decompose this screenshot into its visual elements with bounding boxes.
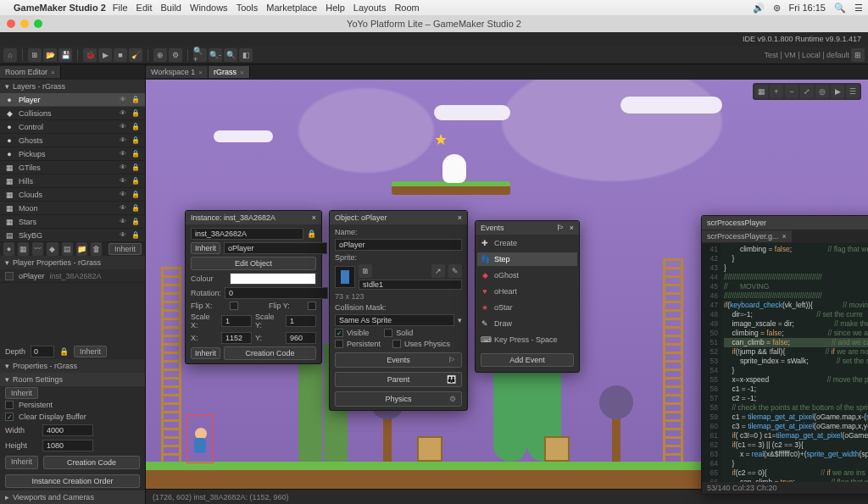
target-button[interactable]: ⊕: [153, 48, 167, 62]
lock-icon[interactable]: 🔒: [131, 150, 140, 158]
flipx-checkbox[interactable]: [230, 302, 238, 310]
visibility-icon[interactable]: 👁: [120, 163, 126, 171]
visibility-icon[interactable]: 👁: [120, 231, 126, 239]
physics-checkbox[interactable]: [392, 340, 401, 348]
close-icon[interactable]: ×: [458, 213, 462, 222]
zoom-fit-icon[interactable]: ⤢: [800, 85, 814, 98]
close-icon[interactable]: ×: [570, 224, 574, 232]
player-props-header[interactable]: ▾ Player Properties - rGrass: [0, 256, 145, 269]
layer-row-clouds[interactable]: ▦Clouds👁🔒: [0, 188, 145, 202]
layer-row-pickups[interactable]: ●Pickups👁🔒: [0, 147, 145, 161]
menu-build[interactable]: Build: [161, 3, 181, 13]
event-row-oghost[interactable]: ◆oGhost: [477, 269, 577, 282]
depth-input[interactable]: [31, 346, 54, 357]
close-icon[interactable]: ×: [312, 213, 316, 222]
layer-row-skybg[interactable]: ▤SkyBG👁🔒: [0, 229, 145, 242]
checkbox-icon[interactable]: [5, 272, 14, 280]
new-sprite-button[interactable]: 🗎: [359, 264, 372, 278]
run-button[interactable]: ▶: [98, 48, 112, 62]
parent-section-button[interactable]: Parent👪: [335, 372, 462, 387]
room-creation-code-button[interactable]: Creation Code: [43, 456, 140, 469]
instance-order-button[interactable]: Instance Creation Order: [5, 474, 140, 488]
visibility-icon[interactable]: 👁: [120, 191, 126, 198]
volume-icon[interactable]: 🔊: [753, 3, 765, 14]
visibility-icon[interactable]: 👁: [120, 218, 126, 225]
physics-section-button[interactable]: Physics⚙: [335, 391, 462, 407]
room-settings-header[interactable]: ▾ Room Settings: [0, 373, 145, 386]
add-folder-button[interactable]: 📁: [76, 242, 87, 256]
config-button[interactable]: ⚙: [169, 48, 182, 62]
lock-icon[interactable]: 🔒: [131, 231, 140, 239]
depth-inherit-button[interactable]: Inherit: [74, 346, 107, 357]
zoom-reset-button[interactable]: 🔍: [224, 48, 237, 62]
zoom-in-button[interactable]: 🔍+: [193, 48, 207, 62]
menu-room[interactable]: Room: [394, 3, 419, 13]
menu-file[interactable]: File: [113, 3, 128, 13]
layer-row-hills[interactable]: ▦Hills👁🔒: [0, 174, 145, 188]
layer-row-ghosts[interactable]: ●Ghosts👁🔒: [0, 134, 145, 147]
new-button[interactable]: 🗎: [28, 48, 42, 62]
add-bg-layer-button[interactable]: ▤: [62, 242, 73, 256]
sprite-select[interactable]: [359, 280, 462, 290]
close-icon[interactable]: ×: [51, 69, 55, 76]
scaley-input[interactable]: [286, 315, 316, 327]
inst-inherit-button[interactable]: Inherit: [191, 242, 220, 254]
props-inherit-button[interactable]: Inherit: [5, 456, 38, 469]
dropdown-icon[interactable]: ▾: [458, 316, 462, 324]
menu-layouts[interactable]: Layouts: [353, 3, 387, 13]
layer-row-moon[interactable]: ▦Moon👁🔒: [0, 202, 145, 215]
mask-select[interactable]: [335, 314, 454, 326]
event-row-step[interactable]: 👣Step: [477, 252, 577, 266]
lock-icon[interactable]: 🔒: [131, 163, 140, 171]
lock-icon[interactable]: 🔒: [131, 96, 140, 103]
grid-button[interactable]: ▦: [754, 85, 768, 98]
edit-sprite-button[interactable]: ✎: [448, 264, 462, 278]
clear-display-checkbox[interactable]: [5, 413, 14, 421]
visibility-icon[interactable]: 👁: [120, 109, 126, 117]
clean-button[interactable]: 🧹: [129, 48, 142, 62]
lock-icon[interactable]: 🔒: [131, 109, 140, 117]
expand-right-button[interactable]: ⊞: [851, 48, 865, 62]
object-panel[interactable]: Object: oPlayer× Name: Sprite: 🗎↗✎ 73 x …: [329, 210, 468, 411]
lock-icon[interactable]: 🔒: [131, 218, 140, 225]
event-row-oheart[interactable]: ♥oHeart: [477, 285, 577, 298]
instance-object-input[interactable]: [224, 242, 327, 254]
layers-toggle-icon[interactable]: ☰: [846, 85, 860, 98]
lock-icon[interactable]: 🔒: [131, 191, 140, 198]
center-icon[interactable]: ◎: [815, 85, 829, 98]
add-event-button[interactable]: Add Event: [481, 353, 574, 367]
code-editor[interactable]: 4142434445464748495051525354555657585960…: [702, 243, 868, 482]
docking-button[interactable]: ◧: [239, 48, 253, 62]
stop-button[interactable]: ■: [114, 48, 127, 62]
instance-panel[interactable]: Instance: inst_38A2682A× 🔒 Inherit⋯ Edit…: [185, 210, 322, 364]
workspace-tab-1[interactable]: Workspace 1×: [146, 66, 209, 78]
menu-marketplace[interactable]: Marketplace: [266, 3, 317, 13]
event-row-ostar[interactable]: ★oStar: [477, 301, 577, 314]
layer-row-control[interactable]: ●Control👁🔒: [0, 120, 145, 134]
selection-box[interactable]: [186, 414, 214, 463]
room-height-input[interactable]: [42, 440, 93, 451]
lock-icon[interactable]: 🔒: [131, 177, 140, 185]
events-panel[interactable]: Events🏳× ✚Create👣Step◆oGhost♥oHeart★oSta…: [475, 220, 580, 373]
workspace-tab-rgrass[interactable]: rGrass×: [209, 66, 250, 78]
add-instance-layer-button[interactable]: ●: [3, 242, 14, 256]
lock-icon[interactable]: 🔒: [131, 204, 140, 212]
zoom-in-icon[interactable]: +: [770, 85, 783, 98]
menu-extras-icon[interactable]: ☰: [854, 3, 863, 14]
open-button[interactable]: 📂: [43, 48, 57, 62]
open-sprite-button[interactable]: ↗: [431, 264, 445, 278]
event-row-create[interactable]: ✚Create: [477, 236, 577, 250]
zoom-out-icon[interactable]: −: [785, 85, 798, 98]
y-input[interactable]: [286, 332, 316, 344]
home-button[interactable]: ⌂: [3, 48, 17, 62]
lock-icon[interactable]: 🔒: [307, 230, 316, 238]
ide-user-status[interactable]: Test | VM | Local | default: [764, 51, 849, 59]
menu-windows[interactable]: Windows: [190, 3, 228, 13]
clock[interactable]: Fri 16:15: [789, 3, 826, 14]
code-tab[interactable]: scrProcessPlayer.g...×: [702, 230, 792, 242]
close-icon[interactable]: ×: [782, 232, 787, 241]
delete-layer-button[interactable]: 🗑: [91, 242, 102, 256]
player-instance-row[interactable]: oPlayer inst_38A2682A: [0, 269, 145, 283]
colour-swatch[interactable]: [230, 273, 316, 285]
properties-header[interactable]: ▾ Properties - rGrass: [0, 359, 145, 373]
